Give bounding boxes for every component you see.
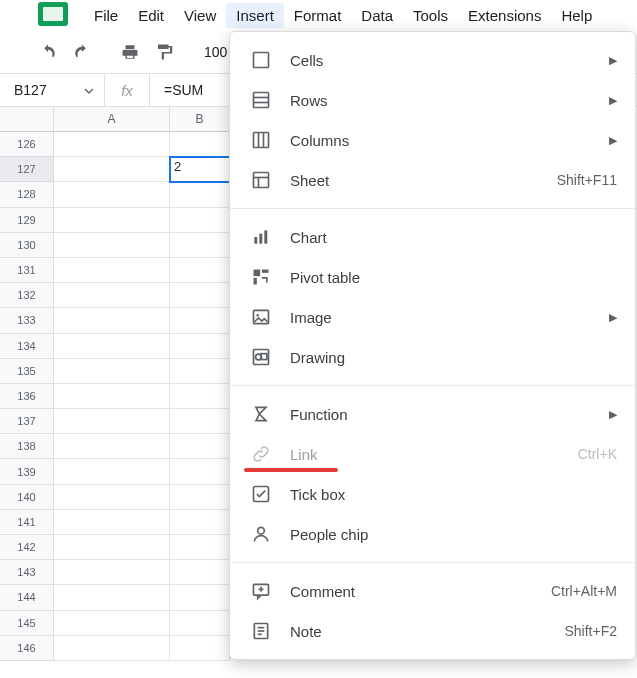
col-header-A[interactable]: A bbox=[54, 107, 170, 132]
cell[interactable] bbox=[54, 132, 170, 157]
row-header[interactable]: 132 bbox=[0, 283, 54, 308]
menu-item-drawing[interactable]: Drawing bbox=[230, 337, 635, 377]
row-header[interactable]: 137 bbox=[0, 409, 54, 434]
cell[interactable] bbox=[54, 510, 170, 535]
row-header[interactable]: 143 bbox=[0, 560, 54, 585]
cell[interactable] bbox=[54, 485, 170, 510]
menu-file[interactable]: File bbox=[84, 3, 128, 28]
cell[interactable] bbox=[170, 283, 230, 308]
row-header[interactable]: 130 bbox=[0, 233, 54, 258]
menu-item-people-chip[interactable]: People chip bbox=[230, 514, 635, 554]
row-header[interactable]: 139 bbox=[0, 459, 54, 484]
menu-item-columns[interactable]: Columns▶ bbox=[230, 120, 635, 160]
cell[interactable] bbox=[54, 334, 170, 359]
menu-help[interactable]: Help bbox=[551, 3, 602, 28]
row-header[interactable]: 126 bbox=[0, 132, 54, 157]
menu-extensions[interactable]: Extensions bbox=[458, 3, 551, 28]
menu-item-cells[interactable]: Cells▶ bbox=[230, 40, 635, 80]
cell[interactable] bbox=[170, 560, 230, 585]
menu-item-sheet[interactable]: SheetShift+F11 bbox=[230, 160, 635, 200]
row-header[interactable]: 127 bbox=[0, 157, 54, 182]
cell[interactable] bbox=[170, 434, 230, 459]
cell[interactable] bbox=[54, 157, 170, 182]
function-icon bbox=[248, 401, 274, 427]
redo-button[interactable] bbox=[68, 38, 96, 66]
row-header[interactable]: 128 bbox=[0, 182, 54, 207]
menu-item-pivot-table[interactable]: Pivot table bbox=[230, 257, 635, 297]
row-header[interactable]: 133 bbox=[0, 308, 54, 333]
cell[interactable] bbox=[170, 510, 230, 535]
menu-item-comment[interactable]: CommentCtrl+Alt+M bbox=[230, 571, 635, 611]
print-button[interactable] bbox=[116, 38, 144, 66]
cell[interactable] bbox=[170, 308, 230, 333]
menu-item-rows[interactable]: Rows▶ bbox=[230, 80, 635, 120]
menu-edit[interactable]: Edit bbox=[128, 3, 174, 28]
cell[interactable] bbox=[170, 182, 230, 207]
name-box[interactable]: B127 bbox=[0, 74, 105, 107]
cell[interactable] bbox=[170, 384, 230, 409]
cell[interactable] bbox=[54, 434, 170, 459]
cell[interactable] bbox=[170, 611, 230, 636]
row-header[interactable]: 141 bbox=[0, 510, 54, 535]
cell[interactable] bbox=[54, 283, 170, 308]
cell[interactable] bbox=[170, 459, 230, 484]
name-box-value: B127 bbox=[14, 82, 47, 98]
menu-item-image[interactable]: Image▶ bbox=[230, 297, 635, 337]
row-header[interactable]: 138 bbox=[0, 434, 54, 459]
cell[interactable]: 2 bbox=[170, 157, 230, 182]
cell[interactable] bbox=[54, 208, 170, 233]
cell[interactable] bbox=[54, 560, 170, 585]
cell[interactable] bbox=[170, 233, 230, 258]
row-header[interactable]: 129 bbox=[0, 208, 54, 233]
cell[interactable] bbox=[170, 258, 230, 283]
menu-item-chart[interactable]: Chart bbox=[230, 217, 635, 257]
menu-item-note[interactable]: NoteShift+F2 bbox=[230, 611, 635, 651]
row-header[interactable]: 146 bbox=[0, 636, 54, 661]
cell[interactable] bbox=[170, 535, 230, 560]
cell[interactable] bbox=[54, 535, 170, 560]
tickbox-icon bbox=[248, 481, 274, 507]
select-all-corner[interactable] bbox=[0, 107, 54, 132]
undo-button[interactable] bbox=[34, 38, 62, 66]
cell[interactable] bbox=[54, 359, 170, 384]
menu-insert[interactable]: Insert bbox=[226, 3, 284, 28]
col-header-B[interactable]: B bbox=[170, 107, 230, 132]
cell[interactable] bbox=[170, 334, 230, 359]
comment-icon bbox=[248, 578, 274, 604]
menu-view[interactable]: View bbox=[174, 3, 226, 28]
people-icon bbox=[248, 521, 274, 547]
menu-data[interactable]: Data bbox=[351, 3, 403, 28]
cell[interactable] bbox=[170, 359, 230, 384]
paint-format-button[interactable] bbox=[150, 38, 178, 66]
menu-format[interactable]: Format bbox=[284, 3, 352, 28]
menu-item-label: Columns bbox=[290, 132, 601, 149]
cell[interactable] bbox=[170, 208, 230, 233]
cell[interactable] bbox=[54, 636, 170, 661]
row-header[interactable]: 140 bbox=[0, 485, 54, 510]
cell[interactable] bbox=[54, 258, 170, 283]
cell[interactable] bbox=[170, 636, 230, 661]
cell[interactable] bbox=[54, 182, 170, 207]
cell[interactable] bbox=[170, 132, 230, 157]
cell[interactable] bbox=[54, 459, 170, 484]
row-header[interactable]: 135 bbox=[0, 359, 54, 384]
cell[interactable] bbox=[54, 384, 170, 409]
cell[interactable] bbox=[170, 409, 230, 434]
cell[interactable] bbox=[54, 233, 170, 258]
cell[interactable] bbox=[54, 409, 170, 434]
cell[interactable] bbox=[54, 585, 170, 610]
menu-item-shortcut: Ctrl+Alt+M bbox=[551, 583, 617, 599]
menu-item-tick-box[interactable]: Tick box bbox=[230, 474, 635, 514]
cell[interactable] bbox=[54, 308, 170, 333]
row-header[interactable]: 131 bbox=[0, 258, 54, 283]
cell[interactable] bbox=[170, 485, 230, 510]
cell[interactable] bbox=[54, 611, 170, 636]
row-header[interactable]: 144 bbox=[0, 585, 54, 610]
row-header[interactable]: 142 bbox=[0, 535, 54, 560]
row-header[interactable]: 145 bbox=[0, 611, 54, 636]
row-header[interactable]: 134 bbox=[0, 334, 54, 359]
menu-item-function[interactable]: Function▶ bbox=[230, 394, 635, 434]
cell[interactable] bbox=[170, 585, 230, 610]
row-header[interactable]: 136 bbox=[0, 384, 54, 409]
menu-tools[interactable]: Tools bbox=[403, 3, 458, 28]
